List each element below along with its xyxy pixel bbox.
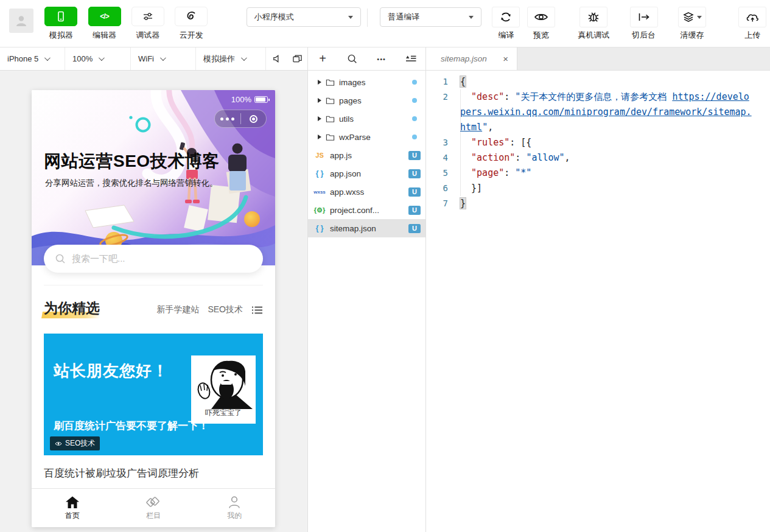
tree-file-project-config[interactable]: {⚙} project.conf... U: [308, 201, 425, 219]
code-line[interactable]: 5 "page": "*": [426, 166, 770, 181]
eye-icon: [534, 12, 548, 22]
miniapp-capsule[interactable]: [214, 110, 267, 128]
person-icon: [227, 495, 242, 509]
sound-toggle[interactable]: [266, 47, 287, 70]
tree-folder-utils[interactable]: utils: [308, 110, 425, 128]
config-file-icon: {⚙}: [309, 206, 330, 214]
wxss-file-icon: wxss: [309, 189, 330, 195]
preview-button[interactable]: 预览: [523, 7, 558, 41]
capsule-close-icon[interactable]: [241, 115, 267, 123]
line-number: 3: [426, 135, 460, 150]
chevron-right-icon[interactable]: [318, 98, 321, 103]
add-file-button[interactable]: +: [315, 51, 331, 67]
remote-debug-button[interactable]: 真机调试: [572, 7, 615, 41]
status-dot: [412, 135, 417, 139]
code-line[interactable]: 1{: [426, 74, 770, 89]
collapse-all-button[interactable]: [403, 51, 419, 67]
capsule-more-icon[interactable]: [215, 117, 240, 121]
folder-name: pages: [339, 96, 362, 105]
phone-screen: 100% 网站运营SEO技术博客 分享网站运营，搜索优化排名与网络营销转化。 搜…: [32, 90, 275, 527]
file-name: app.json: [330, 169, 361, 178]
tree-file-app-wxss[interactable]: wxss app.wxss U: [308, 183, 425, 201]
tab-columns[interactable]: 栏目: [113, 489, 194, 527]
code-editor[interactable]: 1{2 "desc": "关于本文件的更多信息，请参考文档 https://de…: [426, 71, 770, 532]
avatar[interactable]: [9, 9, 33, 33]
chevron-down-icon: [99, 55, 105, 61]
debugger-button[interactable]: 调试器: [126, 7, 169, 41]
simulate-operation-select[interactable]: 模拟操作: [196, 47, 266, 70]
tree-folder-pages[interactable]: pages: [308, 91, 425, 110]
folder-name: wxParse: [339, 133, 371, 142]
clear-cache-label: 清缓存: [680, 30, 704, 41]
promo-card[interactable]: 站长朋友您好！ 吓死宝宝了 刷百度统计广告要不要了解一下！: [44, 334, 263, 455]
tab-home-label: 首页: [65, 511, 80, 521]
device-select[interactable]: iPhone 5: [0, 47, 65, 70]
chevron-right-icon[interactable]: [318, 80, 321, 85]
json-file-icon: { }: [309, 224, 330, 233]
simulator-label: 模拟器: [49, 30, 73, 41]
folder-name: utils: [339, 114, 354, 124]
featured-link-seo[interactable]: SEO技术: [208, 304, 243, 315]
more-options-button[interactable]: •••: [374, 51, 390, 67]
background-switch-button[interactable]: 切后台: [624, 7, 663, 41]
tab-title: sitemap.json: [441, 54, 487, 63]
close-icon[interactable]: ×: [503, 54, 508, 64]
simulator-button[interactable]: 模拟器: [40, 7, 83, 41]
device-select-value: iPhone 5: [7, 54, 38, 63]
compile-mode-value: 普通编译: [388, 12, 419, 23]
status-dot: [412, 98, 417, 103]
featured-link-build[interactable]: 新手学建站: [156, 304, 199, 315]
tree-file-app-js[interactable]: JS app.js U: [308, 146, 425, 164]
zoom-select[interactable]: 100%: [65, 47, 131, 70]
chevron-right-icon[interactable]: [318, 135, 321, 139]
status-bar: 100%: [231, 95, 268, 104]
caret-down-icon: [469, 16, 474, 19]
category-badge[interactable]: SEO技术: [50, 436, 100, 450]
line-number: 6: [426, 181, 460, 196]
compile-button[interactable]: 编译: [489, 7, 523, 41]
chevron-down-icon: [44, 55, 51, 61]
article-title[interactable]: 百度统计被刷垃圾广告词原理分析: [32, 455, 275, 488]
upload-button[interactable]: 上传: [735, 7, 770, 41]
caret-down-icon: [697, 16, 702, 19]
list-icon[interactable]: [251, 306, 263, 315]
cloud-upload-icon: [745, 12, 760, 23]
tree-folder-images[interactable]: images: [308, 73, 425, 91]
divider: [367, 9, 368, 27]
tree-file-sitemap-json[interactable]: { } sitemap.json U: [308, 219, 425, 237]
bug-icon: [587, 10, 600, 24]
mode-select[interactable]: 小程序模式: [247, 7, 361, 27]
editor-button[interactable]: </> 编辑器: [83, 7, 126, 41]
network-select[interactable]: WiFi: [131, 47, 196, 70]
featured-section-header: 为你精选 新手学建站 SEO技术: [32, 285, 275, 318]
cloud-dev-button[interactable]: 云开发: [170, 7, 213, 41]
code-line[interactable]: 3 "rules": [{: [426, 135, 770, 150]
tab-me[interactable]: 我的: [194, 489, 275, 527]
code-line[interactable]: 2 "desc": "关于本文件的更多信息，请参考文档 https://deve…: [426, 89, 770, 135]
more-icon: •••: [377, 55, 386, 63]
windows-icon: [292, 54, 303, 63]
float-window-button[interactable]: [287, 47, 307, 70]
chevron-right-icon[interactable]: [318, 116, 321, 121]
collapse-icon: [405, 54, 417, 63]
clear-cache-button[interactable]: 清缓存: [672, 7, 712, 41]
tree-file-app-json[interactable]: { } app.json U: [308, 164, 425, 183]
tab-home[interactable]: 首页: [32, 489, 113, 527]
code-line[interactable]: 4 "action": "allow",: [426, 150, 770, 166]
search-files-button[interactable]: [344, 51, 360, 67]
phone-icon: [55, 10, 67, 23]
search-input[interactable]: 搜索一下吧...: [44, 245, 263, 273]
remote-debug-label: 真机调试: [578, 30, 609, 41]
comic-caption: 吓死宝宝了: [205, 408, 242, 418]
simulator-panel: 100% 网站运营SEO技术博客 分享网站运营，搜索优化排名与网络营销转化。 搜…: [0, 71, 307, 532]
tab-me-label: 我的: [227, 511, 242, 521]
tree-folder-wxparse[interactable]: wxParse: [308, 128, 425, 146]
compile-label: 编译: [498, 30, 514, 41]
search-placeholder: 搜索一下吧...: [72, 253, 125, 265]
featured-title: 为你精选: [44, 299, 100, 318]
code-line[interactable]: 6 }]: [426, 181, 770, 196]
compile-mode-select[interactable]: 普通编译: [380, 7, 481, 27]
code-line[interactable]: 7}: [426, 196, 770, 211]
code-text: "desc": "关于本文件的更多信息，请参考文档 https://develo…: [460, 89, 770, 135]
tab-sitemap-json[interactable]: sitemap.json ×: [426, 47, 517, 70]
